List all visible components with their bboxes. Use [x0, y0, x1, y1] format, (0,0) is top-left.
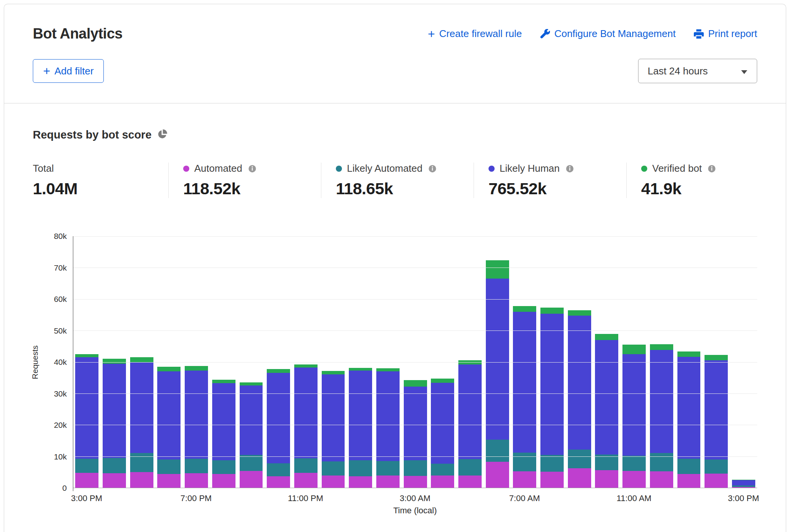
configure-bot-management-label: Configure Bot Management: [554, 28, 676, 40]
stat-total: Total 1.04M: [33, 163, 168, 198]
pie-chart-icon: [157, 129, 167, 141]
bar-segment-automated: [185, 473, 208, 488]
print-report-link[interactable]: Print report: [693, 28, 757, 40]
stat-automated-label: Automated: [194, 163, 242, 174]
bar-segment-automated: [349, 476, 372, 488]
bar-segment-verified-bot: [75, 354, 98, 357]
card-header-section: Bot Analytics + Create firewall rule Con…: [4, 4, 786, 103]
stat-verified-bot[interactable]: Verified bot 41.9k: [626, 163, 757, 198]
stat-likely-automated[interactable]: Likely Automated 118.65k: [321, 163, 474, 198]
info-icon[interactable]: [428, 164, 437, 173]
x-tick-label: 11:00 AM: [617, 493, 651, 503]
y-tick-label: 30k: [54, 389, 67, 398]
bar-segment-verified-bot: [103, 359, 126, 363]
bar-segment-likely-human: [705, 360, 728, 459]
stat-likely-human-label: Likely Human: [500, 163, 560, 174]
bar-segment-likely-automated: [240, 455, 263, 471]
bar-segment-likely-automated: [322, 461, 345, 476]
y-tick-label: 20k: [54, 421, 67, 430]
bar-segment-likely-human: [513, 312, 536, 453]
x-tick-label: 11:00 PM: [288, 493, 323, 503]
bar-segment-verified-bot: [540, 308, 564, 314]
bar-segment-likely-human: [130, 362, 153, 453]
chevron-down-icon: [741, 65, 748, 77]
section-title: Requests by bot score: [33, 129, 152, 141]
bot-analytics-card: Bot Analytics + Create firewall rule Con…: [4, 4, 786, 532]
stat-automated[interactable]: Automated 118.52k: [168, 163, 321, 198]
bar-segment-likely-automated: [431, 464, 454, 475]
x-axis-labels: 3:00 PM7:00 PM11:00 PM3:00 AM7:00 AM11:0…: [73, 488, 757, 500]
plus-icon: +: [428, 29, 435, 39]
bar-segment-verified-bot: [622, 345, 646, 354]
time-range-value: Last 24 hours: [648, 65, 708, 77]
gridline: [73, 330, 757, 331]
bar-segment-automated: [677, 474, 701, 488]
bar-segment-likely-human: [349, 371, 372, 460]
bar-segment-verified-bot: [705, 355, 728, 361]
plot-area: [73, 236, 757, 488]
y-tick-label: 60k: [54, 295, 67, 304]
bar-segment-likely-automated: [349, 460, 372, 476]
bar-segment-likely-human: [486, 279, 509, 440]
bar-segment-likely-human: [103, 364, 126, 458]
bar-segment-likely-automated: [622, 456, 646, 471]
configure-bot-management-link[interactable]: Configure Bot Management: [539, 28, 676, 40]
bar-segment-verified-bot: [595, 334, 618, 340]
y-axis-title: Requests: [31, 236, 40, 488]
bar-segment-verified-bot: [212, 380, 235, 383]
bar-segment-likely-human: [431, 383, 454, 464]
bar-segment-automated: [705, 474, 728, 488]
info-icon[interactable]: [566, 164, 574, 173]
time-range-select[interactable]: Last 24 hours: [638, 59, 757, 83]
likely-human-legend-dot: [489, 166, 495, 172]
stats-row: Total 1.04M Automated 118.52k Likely Aut…: [33, 163, 757, 198]
bar-segment-verified-bot: [650, 344, 673, 350]
bar-segment-automated: [650, 471, 673, 488]
bar-segment-automated: [103, 473, 126, 488]
info-icon[interactable]: [708, 164, 716, 173]
bar-segment-likely-automated: [705, 459, 728, 474]
bar-segment-verified-bot: [349, 368, 372, 371]
y-tick-label: 50k: [54, 326, 67, 335]
bar-segment-automated: [732, 487, 755, 488]
x-tick-label: 7:00 AM: [509, 493, 540, 503]
bar-segment-verified-bot: [294, 364, 318, 368]
bar-segment-likely-automated: [650, 453, 673, 471]
bar-segment-likely-automated: [540, 455, 564, 472]
bar-segment-likely-automated: [513, 453, 536, 471]
print-report-label: Print report: [708, 28, 757, 40]
likely-automated-legend-dot: [336, 166, 342, 172]
bar-segment-automated: [294, 473, 318, 488]
bar-segment-automated: [267, 476, 290, 488]
bar-segment-likely-human: [458, 364, 482, 459]
y-tick-label: 10k: [54, 452, 67, 461]
bar-segment-likely-human: [404, 387, 427, 461]
stat-verified-bot-label: Verified bot: [652, 163, 702, 174]
plus-icon: +: [43, 66, 50, 76]
bar-segment-likely-human: [732, 480, 755, 485]
stat-verified-bot-value: 41.9k: [641, 179, 757, 198]
add-filter-label: Add filter: [55, 65, 94, 77]
bar-segment-automated: [75, 473, 98, 488]
add-filter-button[interactable]: + Add filter: [33, 59, 104, 83]
bar-segment-verified-bot: [486, 260, 509, 279]
bar-segment-verified-bot: [513, 306, 536, 312]
bar-segment-verified-bot: [404, 380, 427, 386]
y-axis: Requests 010k20k30k40k50k60k70k80k: [33, 236, 73, 488]
bar-segment-likely-human: [568, 316, 591, 449]
bar-segment-likely-automated: [267, 463, 290, 477]
info-icon[interactable]: [248, 164, 256, 173]
bar-segment-automated: [157, 474, 181, 488]
bar-segment-automated: [622, 471, 646, 488]
printer-icon: [694, 29, 704, 39]
bar-segment-likely-automated: [458, 459, 482, 476]
create-firewall-rule-link[interactable]: + Create firewall rule: [428, 28, 522, 40]
stat-likely-human[interactable]: Likely Human 765.52k: [474, 163, 626, 198]
bar-segment-verified-bot: [267, 369, 290, 373]
bar-segment-automated: [322, 476, 345, 488]
x-axis-title: Time (local): [73, 506, 757, 516]
header-actions: + Create firewall rule Configure Bot Man…: [428, 28, 757, 40]
requests-chart: Requests 010k20k30k40k50k60k70k80k 3:00 …: [33, 236, 757, 516]
bar-segment-automated: [404, 476, 427, 488]
bar-segment-verified-bot: [157, 367, 181, 371]
